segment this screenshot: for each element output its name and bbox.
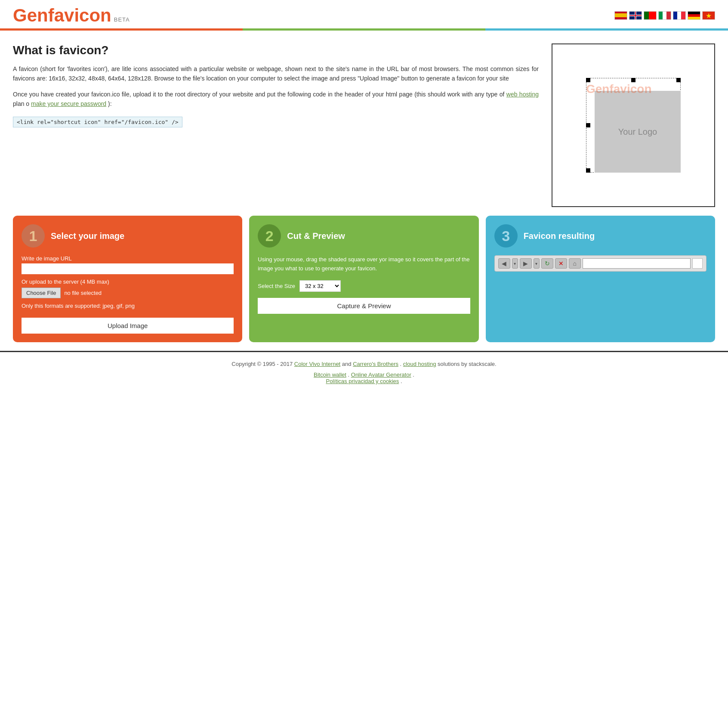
back-button[interactable]: ◀ — [498, 258, 510, 269]
format-note: Only this formats are supported: jpeg, g… — [22, 303, 234, 309]
copyright-text: Copyright © 1995 - 2017 — [231, 361, 293, 367]
browser-bar: ◀ ▾ ▶ ▾ ↻ ✕ ⌂ — [494, 255, 706, 272]
footer-links: Bitcoin wallet . Online Avatar Generator… — [13, 371, 715, 384]
url-label: Write de image URL — [22, 255, 234, 262]
size-select[interactable]: 16 x 16 32 x 32 48 x 48 64 x 64 128 x 12… — [299, 280, 341, 292]
no-file-text: no file selected — [64, 290, 102, 296]
capture-preview-button[interactable]: Capture & Preview — [258, 298, 470, 314]
bar-green — [243, 28, 485, 31]
back-arrow-dd[interactable]: ▾ — [512, 258, 518, 269]
step2-description: Using your mouse, drag the shaded square… — [258, 255, 470, 273]
footer-dot2: . — [348, 371, 351, 378]
watermark-text: Genfavicon — [586, 82, 651, 96]
intro-text4: ): — [108, 100, 112, 107]
bar-orange — [0, 28, 243, 31]
step1-header: 1 Select your image — [22, 224, 234, 248]
intro-text3: plan o — [13, 100, 31, 107]
bar-blue — [485, 28, 728, 31]
cloud-hosting-link[interactable]: cloud hosting — [403, 361, 436, 367]
france-flag[interactable] — [673, 11, 686, 20]
preview-box: Your Logo Genfavicon — [552, 43, 715, 207]
color-vivo-link[interactable]: Color Vivo Internet — [294, 361, 340, 367]
url-input[interactable] — [22, 263, 234, 274]
crop-area[interactable]: Your Logo Genfavicon — [586, 78, 681, 173]
main-content: What is favicon? A favicon (short for 'f… — [0, 31, 728, 216]
carreros-link[interactable]: Carrero's Brothers — [353, 361, 398, 367]
footer-copyright: Copyright © 1995 - 2017 Color Vivo Inter… — [13, 361, 715, 367]
handle-bot-left[interactable] — [586, 168, 590, 173]
privacy-link[interactable]: Políticas privacidad y cookies — [326, 378, 399, 384]
code-snippet-block: <link rel="shortcut icon" href="/favicon… — [13, 115, 539, 127]
stop-button[interactable]: ✕ — [555, 258, 567, 269]
footer-dot4: . — [401, 378, 402, 384]
size-row: Select the Size 16 x 16 32 x 32 48 x 48 … — [258, 280, 470, 292]
code-snippet: <link rel="shortcut icon" href="/favicon… — [13, 117, 182, 127]
step2-number: 2 — [258, 224, 281, 248]
footer-dot1: . — [400, 361, 403, 367]
handle-top-left[interactable] — [586, 78, 590, 82]
flag-row: ★ — [614, 11, 715, 20]
germany-flag[interactable] — [688, 11, 700, 20]
logo-placeholder-text: Your Logo — [618, 127, 657, 137]
china-flag[interactable]: ★ — [702, 11, 715, 20]
handle-top-mid[interactable] — [631, 78, 635, 82]
step3-title: Favicon resulting — [524, 231, 595, 241]
choose-file-button[interactable]: Choose File — [22, 288, 61, 298]
upload-label: Or upload to the server (4 MB max) — [22, 279, 234, 285]
intro-paragraph1: A favicon (short for 'favorites icon'), … — [13, 64, 539, 84]
handle-mid-left[interactable] — [586, 123, 590, 127]
footer: Copyright © 1995 - 2017 Color Vivo Inter… — [0, 351, 728, 393]
web-hosting-link[interactable]: web hosting — [506, 91, 539, 98]
and-text: and — [342, 361, 353, 367]
header: Genfavicon BETA ★ — [0, 0, 728, 26]
spain-flag[interactable] — [614, 11, 627, 20]
steps-section: 1 Select your image Write de image URL O… — [0, 216, 728, 351]
step2-title: Cut & Preview — [287, 231, 345, 241]
size-label: Select the Size — [258, 283, 295, 289]
italy-flag[interactable] — [658, 11, 671, 20]
home-button[interactable]: ⌂ — [569, 258, 581, 269]
logo-area: Genfavicon BETA — [13, 5, 130, 26]
page-title: What is favicon? — [13, 43, 539, 57]
logo-beta: BETA — [114, 16, 130, 23]
intro-text2: Once you have created your favicon.ico f… — [13, 91, 504, 98]
step3-number: 3 — [494, 224, 518, 248]
intro-paragraph2: Once you have created your favicon.ico f… — [13, 90, 539, 109]
step1-box: 1 Select your image Write de image URL O… — [13, 216, 242, 342]
bitcoin-wallet-link[interactable]: Bitcoin wallet — [314, 371, 346, 378]
step1-title: Select your image — [51, 231, 124, 241]
secure-password-link[interactable]: make your secure password — [31, 100, 106, 107]
step2-box: 2 Cut & Preview Using your mouse, drag t… — [249, 216, 478, 342]
refresh-button[interactable]: ↻ — [541, 258, 553, 269]
address-bar[interactable] — [583, 258, 691, 269]
step2-header: 2 Cut & Preview — [258, 224, 470, 248]
forward-arrow-dd[interactable]: ▾ — [534, 258, 540, 269]
solutions-text: solutions by stackscale. — [438, 361, 497, 367]
image-placeholder: Your Logo — [595, 91, 681, 173]
uk-flag[interactable] — [629, 11, 642, 20]
upload-image-button[interactable]: Upload Image — [22, 318, 234, 334]
favicon-preview-box — [692, 258, 703, 269]
avatar-generator-link[interactable]: Online Avatar Generator — [351, 371, 411, 378]
file-row: Choose File no file selected — [22, 288, 234, 298]
color-bars — [0, 28, 728, 31]
step3-box: 3 Favicon resulting ◀ ▾ ▶ ▾ ↻ ✕ ⌂ — [486, 216, 715, 342]
upload-section: Or upload to the server (4 MB max) Choos… — [22, 279, 234, 298]
step1-number: 1 — [22, 224, 45, 248]
left-content: What is favicon? A favicon (short for 'f… — [13, 43, 539, 207]
handle-top-right[interactable] — [676, 78, 681, 82]
step3-header: 3 Favicon resulting — [494, 224, 706, 248]
logo-text: Genfavicon — [13, 5, 111, 26]
portugal-flag[interactable] — [644, 11, 657, 20]
forward-button[interactable]: ▶ — [520, 258, 532, 269]
footer-dot3: . — [413, 371, 414, 378]
